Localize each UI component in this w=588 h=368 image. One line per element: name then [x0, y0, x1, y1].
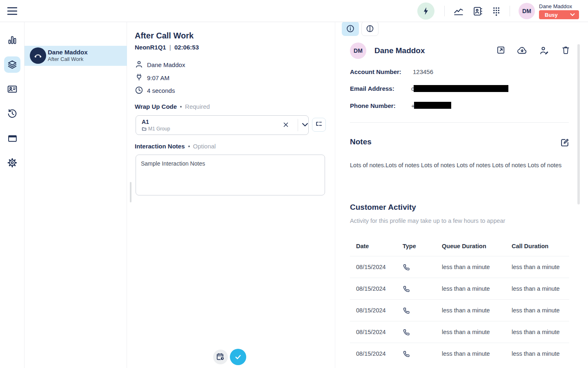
wrap-up-requirement: Required: [185, 103, 210, 110]
queue-name: NeonR1Q1: [135, 44, 166, 51]
open-profile-button[interactable]: [496, 45, 506, 55]
meta-contact-name: Dane Maddox: [147, 61, 185, 68]
interaction-notes-textarea[interactable]: Sample Interaction Notes: [136, 155, 325, 195]
top-bar: DM Dane Maddox Busy: [0, 0, 588, 22]
interaction-notes-requirement: Optional: [193, 143, 216, 150]
dialpad-button[interactable]: [491, 6, 501, 16]
table-row[interactable]: 08/15/2024 less than a minute less than …: [350, 343, 569, 364]
cell-type: [403, 285, 442, 293]
window-icon: [7, 133, 18, 144]
activity-table: Date Type Queue Duration Call Duration 0…: [350, 236, 569, 364]
folder-icon: [142, 126, 147, 131]
status-label: Busy: [545, 12, 558, 18]
task-avatar: [30, 47, 46, 64]
profile-scrollbar-thumb[interactable]: [577, 44, 580, 204]
hamburger-icon: [7, 7, 17, 16]
external-link-icon: [496, 45, 506, 55]
sidebar-item-windows[interactable]: [4, 130, 20, 146]
redaction-bar: [414, 102, 451, 109]
notes-body: Lots of notes.Lots of notes Lots of note…: [350, 162, 566, 168]
select-expand-button[interactable]: [302, 122, 308, 127]
sidebar-item-contacts[interactable]: [4, 81, 20, 97]
task-timer: 02:06:53: [174, 44, 199, 51]
tab-profile-info[interactable]: [342, 21, 359, 36]
cell-queue-duration: less than a minute: [442, 329, 512, 335]
cell-date: 08/15/2024: [356, 264, 403, 270]
topbar-user-name: Dane Maddox: [539, 3, 572, 9]
schedule-callback-button[interactable]: [213, 350, 228, 364]
task-item-subtitle: After Call Work: [48, 56, 83, 62]
phone-icon: [403, 307, 410, 314]
quick-actions-button[interactable]: [417, 2, 434, 20]
task-list-item[interactable]: Dane Maddox After Call Work: [24, 46, 127, 66]
sidebar-item-settings[interactable]: [4, 155, 20, 171]
field-label: Email Address:: [350, 85, 394, 92]
cell-call-duration: less than a minute: [512, 264, 569, 270]
cell-date: 08/15/2024: [356, 329, 403, 335]
x-close-icon: [282, 121, 290, 128]
browse-code-tree-button[interactable]: [312, 118, 326, 132]
dialpad-icon: [491, 6, 501, 16]
download-profile-button[interactable]: [517, 46, 528, 56]
bullet-dot: [188, 146, 190, 147]
interaction-notes-label: Interaction Notes: [135, 143, 185, 150]
tab-insights[interactable]: [361, 21, 379, 36]
table-row[interactable]: 08/15/2024 less than a minute less than …: [350, 278, 569, 299]
calendar-clock-icon: [216, 352, 225, 361]
status-dropdown-button[interactable]: Busy: [539, 10, 579, 19]
chevron-down-icon: [302, 122, 308, 127]
separator: |: [168, 44, 173, 51]
pencil-square-icon: [560, 137, 570, 148]
complete-task-button[interactable]: [230, 349, 246, 365]
sidebar-item-analytics[interactable]: [4, 32, 20, 48]
edit-profile-button[interactable]: [539, 46, 550, 56]
wrap-up-group: M1 Group: [148, 126, 170, 132]
phone-icon: [403, 285, 410, 293]
wrap-up-code-select[interactable]: A1 M1 Group: [136, 115, 309, 135]
cell-type: [403, 350, 442, 358]
table-row[interactable]: 08/15/2024 less than a minute less than …: [350, 299, 569, 321]
delete-profile-button[interactable]: [561, 45, 570, 55]
column-header: Type: [403, 243, 442, 249]
activity-subtitle: Activity for this profile may take up to…: [350, 218, 505, 224]
cell-queue-duration: less than a minute: [442, 307, 512, 314]
task-detail-title: After Call Work: [135, 31, 194, 40]
person-edit-icon: [539, 46, 550, 56]
field-label: Account Number:: [350, 68, 401, 75]
contact-card-icon: [7, 84, 18, 94]
line-chart-icon: [453, 6, 464, 17]
cell-type: [403, 263, 442, 271]
bullet-dot: [180, 106, 182, 108]
person-icon: [135, 60, 143, 69]
sidebar-item-history[interactable]: [4, 105, 20, 122]
hamburger-menu-button[interactable]: [7, 7, 17, 16]
cell-date: 08/15/2024: [356, 285, 403, 292]
cell-type: [403, 328, 442, 336]
column-header: Call Duration: [512, 243, 569, 249]
customer-profile-panel: DM Dane Maddox: [335, 22, 588, 368]
edit-notes-button[interactable]: [560, 137, 570, 148]
avatar-initials: DM: [522, 8, 531, 14]
table-row[interactable]: 08/15/2024 less than a minute less than …: [350, 321, 569, 343]
bar-chart-icon: [7, 35, 17, 45]
user-avatar[interactable]: DM: [519, 3, 535, 19]
wrap-up-label: Wrap Up Code: [135, 103, 177, 110]
analytics-button[interactable]: [453, 6, 464, 17]
cell-date: 08/15/2024: [356, 307, 403, 314]
section-divider: [350, 122, 569, 123]
phone-icon: [403, 328, 410, 336]
plug-icon: [135, 73, 143, 82]
interaction-notes-label-row: Interaction Notes Optional: [135, 143, 216, 150]
contacts-button[interactable]: [472, 6, 483, 16]
left-scrollbar-thumb[interactable]: [130, 182, 131, 202]
cell-queue-duration: less than a minute: [442, 264, 512, 270]
phone-icon: [403, 350, 410, 358]
phone-icon: [403, 263, 410, 271]
handset-icon: [33, 51, 43, 61]
sidebar-item-tasks[interactable]: [4, 56, 20, 73]
clear-selection-button[interactable]: [282, 121, 290, 128]
history-icon: [7, 108, 18, 119]
table-row[interactable]: 08/15/2024 less than a minute less than …: [350, 256, 569, 278]
cell-call-duration: less than a minute: [512, 350, 569, 357]
redaction-bar: [414, 85, 508, 92]
